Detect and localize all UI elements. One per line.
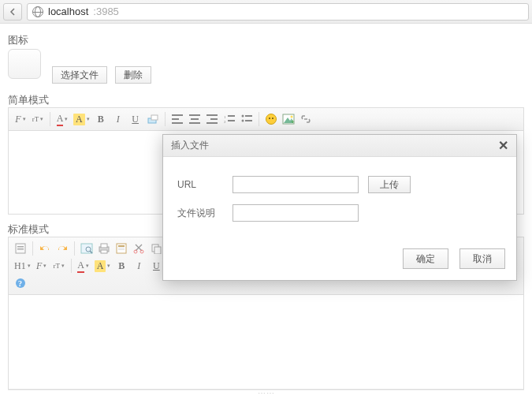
- svg-text:+: +: [291, 118, 295, 125]
- redo-icon: [57, 244, 68, 253]
- arrow-left-icon: [9, 8, 17, 16]
- smiley-icon: [266, 114, 277, 125]
- back-button[interactable]: [3, 3, 22, 21]
- svg-rect-30: [154, 247, 161, 254]
- url-port: :3985: [93, 6, 119, 17]
- cancel-button[interactable]: 取消: [459, 248, 505, 269]
- svg-text:2: 2: [224, 120, 226, 124]
- italic-button[interactable]: I: [110, 111, 126, 127]
- globe-icon: [32, 6, 43, 17]
- standard-editor[interactable]: [8, 295, 524, 390]
- icon-section-label: 图标: [8, 33, 524, 47]
- remove-format-button[interactable]: [145, 111, 161, 127]
- print-icon: [98, 243, 110, 254]
- dialog-titlebar: 插入文件 ✕: [163, 135, 516, 157]
- std-font-size-button[interactable]: rT▾: [51, 258, 67, 274]
- dialog-close-button[interactable]: ✕: [498, 138, 508, 153]
- resize-handle[interactable]: ⋯⋯: [8, 390, 524, 396]
- svg-point-8: [241, 120, 244, 122]
- url-label: URL: [177, 179, 233, 190]
- bold-button[interactable]: B: [93, 111, 109, 127]
- preview-icon: [80, 243, 93, 254]
- svg-rect-16: [17, 248, 24, 250]
- url-input[interactable]: localhost:3985: [27, 3, 529, 21]
- redo-button[interactable]: [54, 241, 70, 256]
- std-bold-button[interactable]: B: [113, 258, 129, 274]
- ul-icon: [241, 114, 252, 124]
- svg-rect-1: [151, 115, 158, 120]
- ordered-list-button[interactable]: 12: [221, 111, 237, 127]
- svg-point-6: [241, 115, 244, 118]
- hilite-color-button[interactable]: A▾: [72, 111, 91, 127]
- font-family-button[interactable]: F▾: [13, 111, 28, 127]
- svg-rect-22: [101, 250, 107, 253]
- align-center-button[interactable]: [187, 111, 203, 127]
- simple-mode-label: 简单模式: [8, 93, 524, 107]
- upload-button[interactable]: 上传: [368, 176, 411, 193]
- svg-rect-9: [245, 120, 252, 121]
- emoticon-button[interactable]: [263, 111, 279, 127]
- insert-file-dialog: 插入文件 ✕ URL 上传 文件说明 确定 取消: [162, 134, 517, 281]
- link-button[interactable]: [298, 111, 314, 127]
- link-icon: [299, 114, 312, 124]
- print-button[interactable]: [96, 241, 112, 256]
- icon-preview: [8, 49, 41, 79]
- align-left-button[interactable]: [169, 111, 185, 127]
- std-font-family-button[interactable]: F▾: [34, 258, 50, 274]
- svg-text:?: ?: [18, 279, 22, 288]
- ok-button[interactable]: 确定: [403, 248, 448, 269]
- heading-button[interactable]: H1▾: [13, 258, 32, 274]
- svg-rect-26: [118, 249, 125, 250]
- copy-icon: [151, 243, 162, 254]
- simple-toolbar: F▾ rT▾ A▾ A▾ B I U 12 +: [8, 107, 524, 131]
- about-button[interactable]: ?: [13, 275, 28, 291]
- delete-button[interactable]: 删除: [115, 66, 151, 84]
- template-icon: [116, 243, 127, 254]
- browser-address-bar: localhost:3985: [0, 0, 532, 24]
- help-icon: ?: [15, 278, 26, 289]
- dialog-title: 插入文件: [171, 139, 209, 152]
- source-icon: [15, 243, 26, 254]
- font-size-button[interactable]: rT▾: [30, 111, 46, 127]
- choose-file-button[interactable]: 选择文件: [52, 66, 107, 84]
- align-right-button[interactable]: [204, 111, 220, 127]
- url-input-field[interactable]: [233, 176, 359, 193]
- desc-input-field[interactable]: [233, 204, 359, 222]
- url-host: localhost: [48, 6, 88, 17]
- cut-button[interactable]: [131, 241, 147, 256]
- ol-icon: 12: [224, 114, 235, 124]
- unordered-list-button[interactable]: [239, 111, 255, 127]
- svg-rect-24: [118, 245, 125, 247]
- svg-rect-21: [101, 244, 107, 248]
- svg-rect-25: [118, 248, 125, 248]
- desc-label: 文件说明: [177, 207, 233, 220]
- template-button[interactable]: [113, 241, 129, 256]
- svg-rect-5: [228, 120, 235, 121]
- undo-button[interactable]: [37, 241, 53, 256]
- source-button[interactable]: [13, 241, 28, 256]
- svg-rect-7: [245, 115, 252, 117]
- std-fore-color-button[interactable]: A▾: [76, 258, 91, 274]
- std-italic-button[interactable]: I: [131, 258, 147, 274]
- svg-rect-15: [17, 246, 24, 248]
- fore-color-button[interactable]: A▾: [54, 111, 70, 127]
- copy-button[interactable]: [148, 241, 164, 256]
- svg-rect-3: [228, 115, 235, 117]
- image-button[interactable]: +: [281, 111, 296, 127]
- cut-icon: [133, 243, 144, 254]
- image-icon: +: [282, 114, 295, 125]
- svg-text:1: 1: [224, 115, 226, 119]
- preview-button[interactable]: [79, 241, 95, 256]
- eraser-icon: [147, 114, 159, 125]
- undo-icon: [39, 244, 50, 253]
- std-hilite-button[interactable]: A▾: [93, 258, 113, 274]
- underline-button[interactable]: U: [128, 111, 143, 127]
